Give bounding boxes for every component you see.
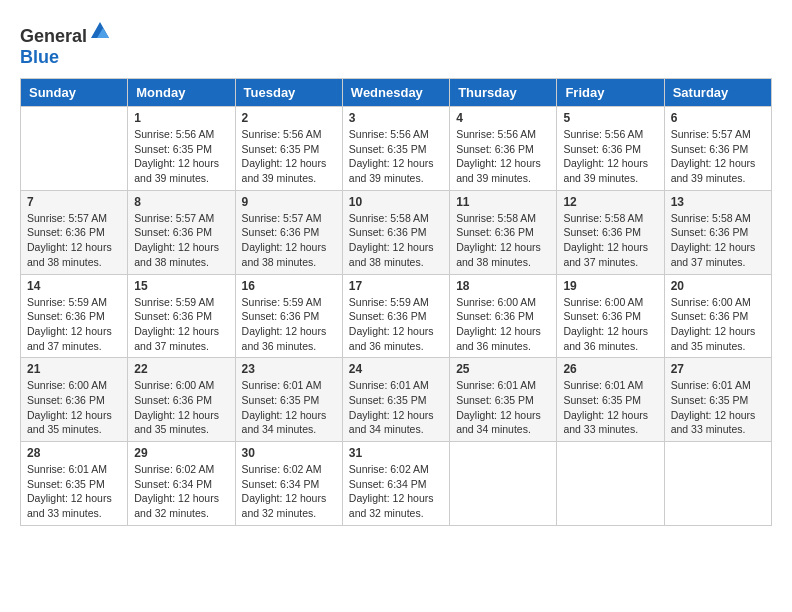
day-number: 30 <box>242 446 336 460</box>
day-number: 20 <box>671 279 765 293</box>
day-info: Sunrise: 6:00 AMSunset: 6:36 PMDaylight:… <box>134 378 228 437</box>
calendar-cell <box>557 442 664 526</box>
day-info: Sunrise: 5:56 AMSunset: 6:35 PMDaylight:… <box>134 127 228 186</box>
day-number: 15 <box>134 279 228 293</box>
calendar-cell: 31Sunrise: 6:02 AMSunset: 6:34 PMDayligh… <box>342 442 449 526</box>
day-info: Sunrise: 5:59 AMSunset: 6:36 PMDaylight:… <box>134 295 228 354</box>
calendar-day-header: Monday <box>128 79 235 107</box>
day-number: 7 <box>27 195 121 209</box>
day-number: 24 <box>349 362 443 376</box>
calendar-day-header: Sunday <box>21 79 128 107</box>
day-number: 9 <box>242 195 336 209</box>
calendar-cell: 8Sunrise: 5:57 AMSunset: 6:36 PMDaylight… <box>128 190 235 274</box>
logo-general: General <box>20 26 87 46</box>
day-number: 13 <box>671 195 765 209</box>
day-number: 11 <box>456 195 550 209</box>
day-info: Sunrise: 5:59 AMSunset: 6:36 PMDaylight:… <box>27 295 121 354</box>
calendar-week-row: 7Sunrise: 5:57 AMSunset: 6:36 PMDaylight… <box>21 190 772 274</box>
day-number: 18 <box>456 279 550 293</box>
calendar-cell: 22Sunrise: 6:00 AMSunset: 6:36 PMDayligh… <box>128 358 235 442</box>
day-number: 4 <box>456 111 550 125</box>
day-info: Sunrise: 5:59 AMSunset: 6:36 PMDaylight:… <box>349 295 443 354</box>
calendar-table: SundayMondayTuesdayWednesdayThursdayFrid… <box>20 78 772 526</box>
calendar-day-header: Tuesday <box>235 79 342 107</box>
day-number: 6 <box>671 111 765 125</box>
calendar-cell: 5Sunrise: 5:56 AMSunset: 6:36 PMDaylight… <box>557 107 664 191</box>
calendar-cell: 4Sunrise: 5:56 AMSunset: 6:36 PMDaylight… <box>450 107 557 191</box>
day-number: 1 <box>134 111 228 125</box>
day-number: 17 <box>349 279 443 293</box>
calendar-cell: 29Sunrise: 6:02 AMSunset: 6:34 PMDayligh… <box>128 442 235 526</box>
day-number: 12 <box>563 195 657 209</box>
day-number: 21 <box>27 362 121 376</box>
day-info: Sunrise: 5:56 AMSunset: 6:35 PMDaylight:… <box>242 127 336 186</box>
day-number: 2 <box>242 111 336 125</box>
calendar-cell <box>21 107 128 191</box>
day-number: 29 <box>134 446 228 460</box>
day-number: 25 <box>456 362 550 376</box>
day-info: Sunrise: 6:01 AMSunset: 6:35 PMDaylight:… <box>349 378 443 437</box>
day-number: 31 <box>349 446 443 460</box>
calendar-cell: 11Sunrise: 5:58 AMSunset: 6:36 PMDayligh… <box>450 190 557 274</box>
calendar-cell: 10Sunrise: 5:58 AMSunset: 6:36 PMDayligh… <box>342 190 449 274</box>
calendar-day-header: Wednesday <box>342 79 449 107</box>
calendar-week-row: 28Sunrise: 6:01 AMSunset: 6:35 PMDayligh… <box>21 442 772 526</box>
calendar-cell: 18Sunrise: 6:00 AMSunset: 6:36 PMDayligh… <box>450 274 557 358</box>
calendar-cell: 9Sunrise: 5:57 AMSunset: 6:36 PMDaylight… <box>235 190 342 274</box>
day-info: Sunrise: 5:58 AMSunset: 6:36 PMDaylight:… <box>671 211 765 270</box>
logo-blue: Blue <box>20 47 59 67</box>
day-info: Sunrise: 6:00 AMSunset: 6:36 PMDaylight:… <box>563 295 657 354</box>
calendar-week-row: 21Sunrise: 6:00 AMSunset: 6:36 PMDayligh… <box>21 358 772 442</box>
calendar-cell: 24Sunrise: 6:01 AMSunset: 6:35 PMDayligh… <box>342 358 449 442</box>
calendar-day-header: Saturday <box>664 79 771 107</box>
calendar-header-row: SundayMondayTuesdayWednesdayThursdayFrid… <box>21 79 772 107</box>
day-info: Sunrise: 5:56 AMSunset: 6:36 PMDaylight:… <box>456 127 550 186</box>
calendar-cell: 23Sunrise: 6:01 AMSunset: 6:35 PMDayligh… <box>235 358 342 442</box>
day-info: Sunrise: 6:02 AMSunset: 6:34 PMDaylight:… <box>349 462 443 521</box>
calendar-week-row: 14Sunrise: 5:59 AMSunset: 6:36 PMDayligh… <box>21 274 772 358</box>
calendar-cell: 7Sunrise: 5:57 AMSunset: 6:36 PMDaylight… <box>21 190 128 274</box>
calendar-cell: 2Sunrise: 5:56 AMSunset: 6:35 PMDaylight… <box>235 107 342 191</box>
day-number: 19 <box>563 279 657 293</box>
day-info: Sunrise: 6:02 AMSunset: 6:34 PMDaylight:… <box>242 462 336 521</box>
calendar-cell: 12Sunrise: 5:58 AMSunset: 6:36 PMDayligh… <box>557 190 664 274</box>
calendar-cell: 27Sunrise: 6:01 AMSunset: 6:35 PMDayligh… <box>664 358 771 442</box>
day-number: 5 <box>563 111 657 125</box>
day-number: 27 <box>671 362 765 376</box>
calendar-cell: 28Sunrise: 6:01 AMSunset: 6:35 PMDayligh… <box>21 442 128 526</box>
day-info: Sunrise: 5:57 AMSunset: 6:36 PMDaylight:… <box>242 211 336 270</box>
calendar-cell: 16Sunrise: 5:59 AMSunset: 6:36 PMDayligh… <box>235 274 342 358</box>
calendar-cell: 3Sunrise: 5:56 AMSunset: 6:35 PMDaylight… <box>342 107 449 191</box>
calendar-cell: 20Sunrise: 6:00 AMSunset: 6:36 PMDayligh… <box>664 274 771 358</box>
calendar-day-header: Thursday <box>450 79 557 107</box>
calendar-cell: 19Sunrise: 6:00 AMSunset: 6:36 PMDayligh… <box>557 274 664 358</box>
calendar-day-header: Friday <box>557 79 664 107</box>
day-info: Sunrise: 5:57 AMSunset: 6:36 PMDaylight:… <box>27 211 121 270</box>
calendar-cell: 17Sunrise: 5:59 AMSunset: 6:36 PMDayligh… <box>342 274 449 358</box>
day-info: Sunrise: 6:01 AMSunset: 6:35 PMDaylight:… <box>242 378 336 437</box>
logo: General Blue <box>20 20 111 68</box>
day-info: Sunrise: 5:57 AMSunset: 6:36 PMDaylight:… <box>671 127 765 186</box>
day-info: Sunrise: 5:58 AMSunset: 6:36 PMDaylight:… <box>563 211 657 270</box>
calendar-cell <box>664 442 771 526</box>
day-number: 3 <box>349 111 443 125</box>
day-info: Sunrise: 6:02 AMSunset: 6:34 PMDaylight:… <box>134 462 228 521</box>
day-number: 28 <box>27 446 121 460</box>
day-number: 8 <box>134 195 228 209</box>
day-info: Sunrise: 6:00 AMSunset: 6:36 PMDaylight:… <box>456 295 550 354</box>
day-info: Sunrise: 5:56 AMSunset: 6:35 PMDaylight:… <box>349 127 443 186</box>
day-info: Sunrise: 6:00 AMSunset: 6:36 PMDaylight:… <box>671 295 765 354</box>
calendar-cell: 21Sunrise: 6:00 AMSunset: 6:36 PMDayligh… <box>21 358 128 442</box>
calendar-cell: 15Sunrise: 5:59 AMSunset: 6:36 PMDayligh… <box>128 274 235 358</box>
day-number: 16 <box>242 279 336 293</box>
day-number: 14 <box>27 279 121 293</box>
day-info: Sunrise: 5:58 AMSunset: 6:36 PMDaylight:… <box>456 211 550 270</box>
calendar-week-row: 1Sunrise: 5:56 AMSunset: 6:35 PMDaylight… <box>21 107 772 191</box>
day-info: Sunrise: 6:01 AMSunset: 6:35 PMDaylight:… <box>456 378 550 437</box>
day-info: Sunrise: 6:01 AMSunset: 6:35 PMDaylight:… <box>563 378 657 437</box>
calendar-cell: 26Sunrise: 6:01 AMSunset: 6:35 PMDayligh… <box>557 358 664 442</box>
day-number: 10 <box>349 195 443 209</box>
calendar-cell: 13Sunrise: 5:58 AMSunset: 6:36 PMDayligh… <box>664 190 771 274</box>
calendar-cell: 25Sunrise: 6:01 AMSunset: 6:35 PMDayligh… <box>450 358 557 442</box>
page-header: General Blue <box>20 20 772 68</box>
